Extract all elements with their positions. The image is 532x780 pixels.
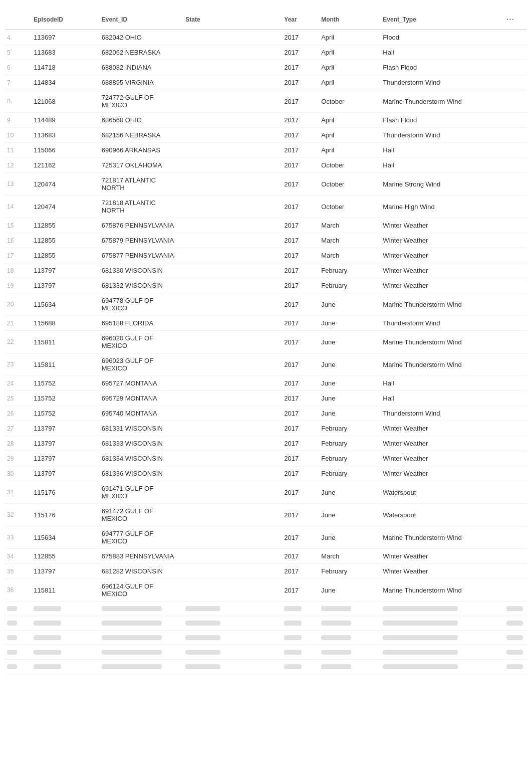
cell-state xyxy=(181,466,280,481)
col-header-event-id[interactable]: Event_ID xyxy=(98,10,182,30)
cell-year: 2017 xyxy=(280,113,317,128)
cell-episode-id: 114834 xyxy=(30,75,97,90)
table-row: 21 115688 695188 FLORIDA 2017 June Thund… xyxy=(5,316,527,331)
cell-state xyxy=(181,293,280,316)
table-row: 6 114718 688082 INDIANA 2017 April Flash… xyxy=(5,60,527,75)
cell-year: 2017 xyxy=(280,526,317,549)
cell-more xyxy=(502,113,527,128)
more-options-icon[interactable]: ··· xyxy=(506,15,514,24)
cell-year: 2017 xyxy=(280,196,317,218)
table-row: 29 113797 681334 WISCONSIN 2017 February… xyxy=(5,451,527,466)
col-header-episode-id[interactable]: EpisodeID xyxy=(30,10,97,30)
cell-month: February xyxy=(317,564,379,579)
col-header-state[interactable]: State xyxy=(181,10,280,30)
cell-state xyxy=(181,218,280,233)
cell-event-id: 681332 WISCONSIN xyxy=(98,278,182,293)
cell-month: June xyxy=(317,391,379,406)
cell-event-type: Winter Weather xyxy=(379,451,502,466)
cell-month: October xyxy=(317,158,379,173)
cell-state xyxy=(181,579,280,602)
cell-episode-id: 120474 xyxy=(30,173,97,196)
cell-episode-id: 115688 xyxy=(30,316,97,331)
cell-state xyxy=(181,481,280,504)
blurred-row-num xyxy=(5,616,30,631)
cell-month: April xyxy=(317,30,379,45)
cell-year: 2017 xyxy=(280,248,317,263)
table-row-blurred xyxy=(5,645,527,660)
table-row: 13 120474 721817 ATLANTIC NORTH 2017 Oct… xyxy=(5,173,527,196)
blurred-cell-year xyxy=(280,616,317,631)
cell-event-type: Waterspout xyxy=(379,504,502,526)
blurred-cell-month xyxy=(317,645,379,660)
col-header-event-type[interactable]: Event_Type xyxy=(379,10,502,30)
cell-year: 2017 xyxy=(280,391,317,406)
cell-month: March xyxy=(317,549,379,564)
cell-more xyxy=(502,218,527,233)
blurred-cell-type xyxy=(379,660,502,674)
blurred-cell-event xyxy=(98,631,182,645)
cell-event-type: Thunderstorm Wind xyxy=(379,316,502,331)
cell-event-type: Marine Strong Wind xyxy=(379,173,502,196)
cell-event-type: Winter Weather xyxy=(379,218,502,233)
cell-month: March xyxy=(317,233,379,248)
blurred-row-num xyxy=(5,645,30,660)
cell-more xyxy=(502,143,527,158)
cell-event-type: Winter Weather xyxy=(379,466,502,481)
col-header-more[interactable]: ··· xyxy=(502,10,527,30)
col-header-month[interactable]: Month xyxy=(317,10,379,30)
table-row: 32 115176 691472 GULF OF MEXICO 2017 Jun… xyxy=(5,504,527,526)
blurred-cell-type xyxy=(379,631,502,645)
cell-event-type: Winter Weather xyxy=(379,233,502,248)
cell-state xyxy=(181,263,280,278)
blurred-cell-type xyxy=(379,616,502,631)
cell-event-type: Winter Weather xyxy=(379,248,502,263)
cell-month: April xyxy=(317,143,379,158)
cell-more xyxy=(502,75,527,90)
blurred-cell-type xyxy=(379,602,502,616)
cell-event-type: Thunderstorm Wind xyxy=(379,406,502,421)
cell-month: February xyxy=(317,421,379,436)
cell-month: February xyxy=(317,466,379,481)
cell-month: June xyxy=(317,376,379,391)
cell-year: 2017 xyxy=(280,128,317,143)
cell-episode-id: 115811 xyxy=(30,353,97,376)
cell-year: 2017 xyxy=(280,549,317,564)
cell-month: February xyxy=(317,436,379,451)
cell-event-id: 696124 GULF OF MEXICO xyxy=(98,579,182,602)
cell-more xyxy=(502,248,527,263)
cell-more xyxy=(502,278,527,293)
cell-event-id: 694778 GULF OF MEXICO xyxy=(98,293,182,316)
cell-state xyxy=(181,421,280,436)
table-body: 4 113697 682042 OHIO 2017 April Flood 5 … xyxy=(5,30,527,674)
cell-event-id: 682156 NEBRASKA xyxy=(98,128,182,143)
cell-year: 2017 xyxy=(280,45,317,60)
cell-state xyxy=(181,30,280,45)
cell-episode-id: 115811 xyxy=(30,331,97,353)
cell-event-id: 695727 MONTANA xyxy=(98,376,182,391)
cell-year: 2017 xyxy=(280,406,317,421)
row-number: 22 xyxy=(5,331,30,353)
cell-more xyxy=(502,353,527,376)
cell-episode-id: 113797 xyxy=(30,278,97,293)
cell-event-type: Winter Weather xyxy=(379,278,502,293)
cell-year: 2017 xyxy=(280,75,317,90)
row-number: 8 xyxy=(5,90,30,113)
cell-more xyxy=(502,481,527,504)
cell-month: April xyxy=(317,45,379,60)
cell-event-id: 691471 GULF OF MEXICO xyxy=(98,481,182,504)
blurred-cell-state xyxy=(181,616,280,631)
table-row: 33 115634 694777 GULF OF MEXICO 2017 Jun… xyxy=(5,526,527,549)
table-row: 24 115752 695727 MONTANA 2017 June Hail xyxy=(5,376,527,391)
row-number: 6 xyxy=(5,60,30,75)
cell-more xyxy=(502,451,527,466)
col-header-year[interactable]: Year xyxy=(280,10,317,30)
blurred-row-num xyxy=(5,631,30,645)
cell-state xyxy=(181,331,280,353)
table-row: 11 115066 690966 ARKANSAS 2017 April Hai… xyxy=(5,143,527,158)
cell-month: April xyxy=(317,60,379,75)
cell-episode-id: 112855 xyxy=(30,549,97,564)
row-number: 16 xyxy=(5,233,30,248)
cell-month: October xyxy=(317,196,379,218)
table-row: 27 113797 681331 WISCONSIN 2017 February… xyxy=(5,421,527,436)
cell-more xyxy=(502,158,527,173)
